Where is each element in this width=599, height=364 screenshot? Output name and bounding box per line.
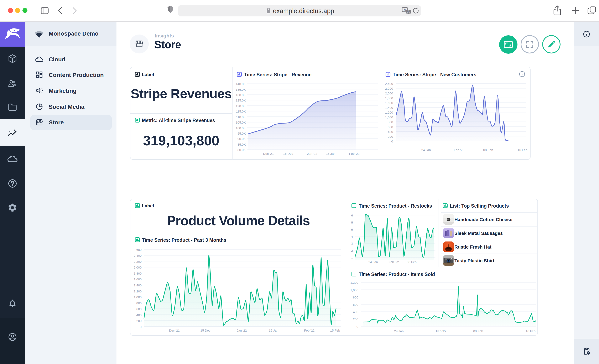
svg-text:Feb '22: Feb '22: [436, 329, 447, 333]
svg-text:16 Feb: 16 Feb: [526, 329, 535, 333]
svg-text:24 Jan: 24 Jan: [421, 148, 431, 152]
svg-text:0: 0: [391, 140, 393, 143]
svg-text:95.0K: 95.0K: [238, 132, 246, 135]
svg-text:5: 5: [351, 221, 353, 224]
svg-text:Jan '22: Jan '22: [307, 152, 317, 155]
svg-text:15 Feb: 15 Feb: [330, 328, 340, 332]
svg-text:2,000: 2,000: [134, 266, 142, 269]
svg-text:Feb '22: Feb '22: [304, 328, 315, 332]
svg-text:A: A: [404, 8, 406, 12]
svg-text:Feb '22: Feb '22: [454, 148, 464, 152]
svg-text:Feb '22: Feb '22: [388, 260, 399, 264]
svg-text:1,800: 1,800: [134, 272, 142, 275]
svg-text:2,600: 2,600: [134, 248, 142, 251]
svg-text:140.0K: 140.0K: [236, 82, 246, 86]
svg-text:2,200: 2,200: [385, 87, 393, 90]
svg-text:08 Feb: 08 Feb: [473, 329, 483, 333]
svg-text:Dec '21: Dec '21: [169, 328, 180, 332]
svg-text:200: 200: [353, 317, 358, 321]
svg-text:16 Feb: 16 Feb: [518, 148, 527, 152]
svg-text:1,200: 1,200: [134, 289, 142, 293]
svg-text:125.0K: 125.0K: [236, 98, 246, 102]
svg-text:1,200: 1,200: [385, 111, 393, 114]
svg-text:2,400: 2,400: [385, 82, 393, 86]
svg-text:110.0K: 110.0K: [236, 115, 246, 119]
svg-text:24 Jan: 24 Jan: [368, 260, 378, 264]
svg-text:08 Feb: 08 Feb: [407, 260, 417, 264]
svg-text:0: 0: [140, 325, 141, 329]
svg-text:4: 4: [351, 235, 353, 238]
svg-text:1,400: 1,400: [385, 106, 393, 109]
svg-text:1,600: 1,600: [385, 101, 393, 105]
svg-text:1,600: 1,600: [134, 277, 142, 281]
svg-text:1,200: 1,200: [350, 281, 358, 284]
svg-text:105.0K: 105.0K: [236, 121, 246, 124]
svg-text:100.0K: 100.0K: [236, 126, 246, 130]
svg-text:80.0K: 80.0K: [238, 148, 246, 152]
svg-text:400: 400: [136, 313, 141, 317]
svg-text:15 Jan: 15 Jan: [269, 328, 278, 332]
svg-text:200: 200: [136, 319, 141, 323]
svg-text:600: 600: [388, 125, 393, 129]
svg-text:85.0K: 85.0K: [238, 143, 246, 146]
svg-text:600: 600: [353, 303, 358, 306]
svg-text:15 Jan: 15 Jan: [326, 152, 335, 155]
svg-text:1,000: 1,000: [134, 295, 142, 299]
svg-text:115.0K: 115.0K: [236, 110, 246, 113]
svg-text:Feb '22: Feb '22: [349, 152, 360, 155]
svg-text:1,000: 1,000: [350, 288, 358, 292]
svg-text:200: 200: [388, 135, 393, 138]
svg-text:2,000: 2,000: [385, 91, 393, 95]
svg-text:24 Jan: 24 Jan: [394, 329, 404, 333]
svg-text:2,400: 2,400: [134, 254, 142, 257]
svg-text:15 Dec: 15 Dec: [201, 328, 211, 332]
svg-text:2: 2: [351, 249, 353, 252]
svg-text:120.0K: 120.0K: [236, 104, 246, 108]
svg-text:文: 文: [407, 9, 410, 13]
svg-text:Jan '22: Jan '22: [237, 328, 247, 332]
svg-text:1,400: 1,400: [134, 284, 142, 287]
svg-text:2,200: 2,200: [134, 260, 142, 263]
svg-text:800: 800: [388, 120, 393, 124]
svg-text:1,000: 1,000: [385, 115, 393, 119]
svg-text:135.0K: 135.0K: [236, 88, 246, 91]
svg-text:1: 1: [351, 256, 353, 259]
svg-text:Dec '21: Dec '21: [263, 152, 274, 155]
svg-text:600: 600: [136, 307, 141, 311]
svg-text:3: 3: [351, 242, 353, 245]
svg-text:90.0K: 90.0K: [238, 137, 246, 141]
svg-text:6: 6: [351, 214, 353, 217]
svg-text:400: 400: [353, 310, 358, 314]
svg-text:800: 800: [353, 295, 358, 299]
svg-text:0: 0: [356, 325, 358, 328]
svg-text:800: 800: [136, 301, 141, 305]
svg-text:1,800: 1,800: [385, 96, 393, 100]
svg-text:5: 5: [351, 228, 353, 231]
svg-text:130.0K: 130.0K: [236, 93, 246, 97]
svg-text:400: 400: [388, 130, 393, 133]
svg-text:08 Feb: 08 Feb: [483, 148, 493, 152]
svg-text:15 Dec: 15 Dec: [283, 152, 293, 155]
